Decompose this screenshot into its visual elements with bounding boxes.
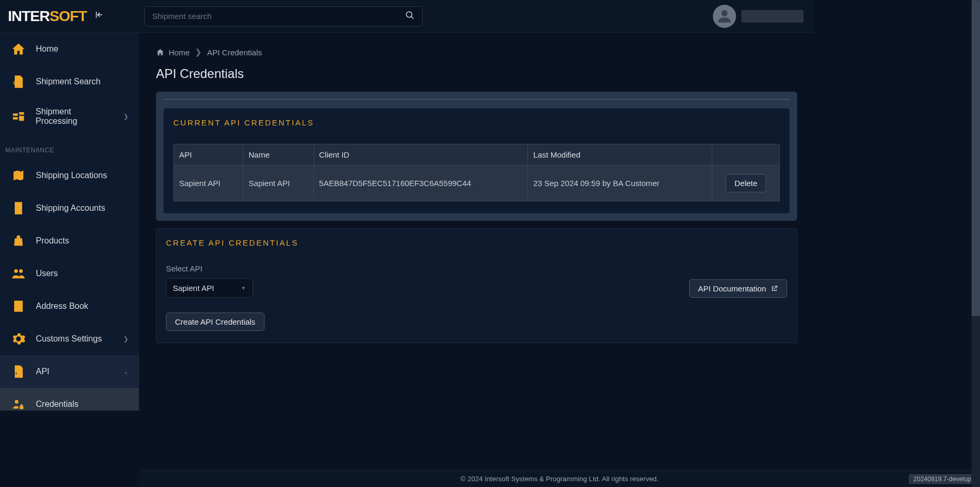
create-credentials-panel: CREATE API CREDENTIALS Select API Sapien… xyxy=(156,228,797,343)
external-link-icon xyxy=(770,285,778,293)
divider xyxy=(163,99,790,100)
current-credentials-title: CURRENT API CREDENTIALS xyxy=(164,109,789,137)
sidebar-item-address-book[interactable]: Address Book xyxy=(0,290,139,323)
breadcrumb: Home ❯ API Credentials xyxy=(156,47,797,57)
sidebar-item-users[interactable]: Users xyxy=(0,257,139,290)
sidebar-item-label: Products xyxy=(36,236,69,246)
main-content: Home ❯ API Credentials API Credentials C… xyxy=(139,33,814,411)
address-book-icon xyxy=(11,299,26,314)
sidebar-item-label: Shipment Search xyxy=(36,77,101,86)
col-api: API xyxy=(174,144,243,165)
chevron-right-icon: ❯ xyxy=(123,335,129,343)
cell-api: Sapient API xyxy=(174,165,243,201)
api-documentation-label: API Documentation xyxy=(698,284,766,293)
users-icon xyxy=(11,266,26,281)
col-actions xyxy=(712,144,780,165)
home-icon xyxy=(11,42,26,56)
sidebar-item-label: Credentials xyxy=(36,400,79,409)
cell-actions: Delete xyxy=(712,165,780,201)
caret-down-icon: ▼ xyxy=(241,285,246,291)
sidebar-item-credentials[interactable]: Credentials xyxy=(0,388,139,411)
sidebar-item-customs-settings[interactable]: Customs Settings ❯ xyxy=(0,323,139,355)
logo-zone: INTERSOFT xyxy=(5,8,139,25)
table-row: Sapient API Sapient API 5AEB847D5F5EC517… xyxy=(174,165,780,201)
current-credentials-panel: CURRENT API CREDENTIALS API Name Client … xyxy=(163,108,790,213)
cell-name: Sapient API xyxy=(243,165,313,201)
col-name: Name xyxy=(243,144,313,165)
sidebar-item-label: Address Book xyxy=(36,301,89,311)
api-documentation-button[interactable]: API Documentation xyxy=(689,279,787,298)
sidebar: Home Shipment Search Shipment Processing… xyxy=(0,33,139,411)
breadcrumb-home-label: Home xyxy=(169,48,190,57)
credentials-table: API Name Client ID Last Modified Sapient… xyxy=(173,144,780,201)
processing-icon xyxy=(11,109,26,124)
brand-logo[interactable]: INTERSOFT xyxy=(8,8,87,25)
breadcrumb-home[interactable]: Home xyxy=(156,48,190,57)
search-wrap xyxy=(144,6,423,26)
select-api-dropdown[interactable]: Sapient API ▼ xyxy=(166,278,253,298)
select-api-value: Sapient API xyxy=(173,284,214,293)
sidebar-item-shipment-search[interactable]: Shipment Search xyxy=(0,65,139,98)
sidebar-item-shipping-accounts[interactable]: Shipping Accounts xyxy=(0,192,139,225)
sidebar-item-label: API xyxy=(36,367,50,376)
user-name-chip[interactable] xyxy=(741,10,803,23)
gear-icon xyxy=(11,332,26,346)
sidebar-collapse-button[interactable] xyxy=(92,8,106,24)
sidebar-item-shipping-locations[interactable]: Shipping Locations xyxy=(0,159,139,192)
sidebar-item-api[interactable]: API ⌄ xyxy=(0,355,139,388)
collapse-icon xyxy=(94,10,104,20)
sidebar-item-products[interactable]: Products xyxy=(0,225,139,257)
user-icon xyxy=(717,9,732,24)
code-doc-icon xyxy=(11,364,26,379)
sidebar-item-shipment-processing[interactable]: Shipment Processing ❯ xyxy=(0,98,139,135)
sidebar-item-label: Shipping Locations xyxy=(36,171,107,180)
breadcrumb-current: API Credentials xyxy=(207,48,262,57)
cell-last-modified: 23 Sep 2024 09:59 by BA Customer xyxy=(528,165,712,201)
sidebar-item-home[interactable]: Home xyxy=(0,33,139,65)
clipboard-icon xyxy=(11,201,26,216)
table-header-row: API Name Client ID Last Modified xyxy=(174,144,780,165)
chevron-down-icon: ⌄ xyxy=(123,368,129,375)
lock-user-icon xyxy=(11,397,26,411)
col-last-modified: Last Modified xyxy=(528,144,712,165)
select-api-label: Select API xyxy=(166,264,253,273)
sidebar-section-maintenance: MAINTENANCE xyxy=(0,135,139,159)
create-api-credentials-button[interactable]: Create API Credentials xyxy=(166,313,264,331)
sidebar-item-label: Customs Settings xyxy=(36,334,102,344)
sidebar-item-label: Users xyxy=(36,269,58,278)
logo-soft: SOFT xyxy=(50,8,87,25)
home-icon xyxy=(156,48,164,56)
cell-client-id: 5AEB847D5F5EC517160EF3C6A5599C44 xyxy=(313,165,528,201)
chevron-right-icon: ❯ xyxy=(123,113,129,120)
shipment-search-box[interactable] xyxy=(144,6,423,26)
avatar[interactable] xyxy=(713,5,736,28)
page-title: API Credentials xyxy=(156,66,797,81)
search-doc-icon xyxy=(11,74,26,89)
current-credentials-outer: CURRENT API CREDENTIALS API Name Client … xyxy=(156,92,797,221)
create-credentials-title: CREATE API CREDENTIALS xyxy=(156,229,797,257)
bag-icon xyxy=(11,233,26,248)
map-pin-icon xyxy=(11,168,26,183)
sidebar-item-label: Home xyxy=(36,44,58,54)
logo-inter: INTER xyxy=(8,8,50,25)
top-header: INTERSOFT xyxy=(0,0,814,33)
sidebar-item-label: Shipment Processing xyxy=(35,107,114,126)
col-client-id: Client ID xyxy=(313,144,528,165)
shipment-search-input[interactable] xyxy=(152,12,405,21)
chevron-right-icon: ❯ xyxy=(195,47,202,57)
delete-button[interactable]: Delete xyxy=(726,174,766,192)
header-right xyxy=(713,5,809,28)
sidebar-item-label: Shipping Accounts xyxy=(36,203,105,213)
search-icon[interactable] xyxy=(405,11,415,22)
